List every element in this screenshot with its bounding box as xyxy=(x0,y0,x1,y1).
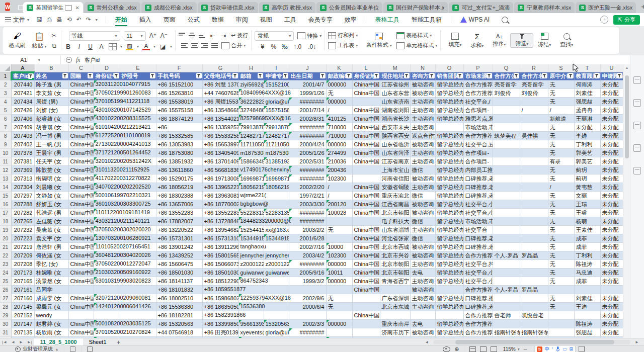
upload-cloud-icon[interactable]: ↑ xyxy=(600,16,608,24)
accessibility-icon[interactable]: ⊕ xyxy=(453,344,461,352)
cell[interactable] xyxy=(548,286,574,294)
cell[interactable]: 强思喆 xyxy=(574,328,600,337)
cell[interactable]: China中国 xyxy=(352,106,380,115)
cell[interactable] xyxy=(493,166,520,174)
cell[interactable] xyxy=(264,192,289,200)
doc-tab[interactable]: S高学历 教授.xlsx xyxy=(259,2,315,13)
cell[interactable]: 留学总经办 xyxy=(435,260,463,269)
cell[interactable]: 文静如 (女 xyxy=(34,192,68,200)
cell[interactable]: 207282 xyxy=(11,209,34,217)
table-header-cell[interactable]: 现住地址 xyxy=(380,72,410,80)
cell[interactable]: +86 1877000215 xyxy=(202,200,238,209)
cell[interactable]: ######## xyxy=(289,209,326,217)
cell[interactable]: 山东省济南 xyxy=(380,98,410,106)
cell[interactable]: +86 13552283 xyxy=(156,209,202,217)
cell[interactable] xyxy=(574,286,600,294)
cell[interactable]: 207160 xyxy=(11,294,34,303)
cell[interactable] xyxy=(326,234,352,243)
cell[interactable]: 2003/3/30 xyxy=(289,200,326,209)
cell[interactable]: 社交平台,豆 xyxy=(463,140,493,149)
side-panel-icon[interactable] xyxy=(633,76,641,84)
cell[interactable]: 冯一博 (男 xyxy=(34,132,68,140)
sheet-tab[interactable]: 11_28_5_1000 xyxy=(34,338,83,346)
merge-cells-button[interactable]: 合并▾ xyxy=(221,42,246,49)
table-header-cell[interactable]: 邮箱 xyxy=(238,72,264,80)
filter-button[interactable] xyxy=(594,73,600,78)
cell[interactable]: +86 xyxy=(156,123,202,132)
cell[interactable]: +86 1565399710 xyxy=(202,140,238,149)
cell[interactable] xyxy=(520,115,548,123)
cell[interactable]: China中国 xyxy=(352,234,380,243)
cell[interactable]: 微信 xyxy=(410,192,435,200)
cell[interactable] xyxy=(493,269,520,277)
cell[interactable]: 罗晶晶 xyxy=(520,251,548,260)
cell[interactable]: +86 15320563 xyxy=(156,320,202,328)
filter-button[interactable] xyxy=(374,73,379,78)
cell[interactable]: 左佳薇 (女 xyxy=(34,217,68,226)
row-header[interactable]: 27 xyxy=(0,294,11,303)
row-header[interactable]: 15 xyxy=(0,192,11,200)
cell[interactable]: 207223 xyxy=(11,234,34,243)
cell[interactable]: 500108200203035125 xyxy=(94,320,120,328)
cell[interactable]: +86 1396308127 xyxy=(202,192,238,200)
increase-font-icon[interactable]: A⁺ xyxy=(149,32,157,39)
cell[interactable]: 吴晓慕 (女 xyxy=(34,226,68,234)
cell[interactable] xyxy=(520,303,548,311)
font-color-icon[interactable]: A xyxy=(142,43,150,50)
cell[interactable]: 刘俊伶 xyxy=(520,89,548,98)
cell[interactable]: 271302200004241013 xyxy=(94,140,120,149)
find-button[interactable]: 查找▾ xyxy=(555,33,578,48)
cell[interactable] xyxy=(264,286,289,294)
table-header-cell[interactable]: 客户id xyxy=(11,72,34,80)
cell[interactable]: ######## xyxy=(289,132,326,140)
column-header-C[interactable]: C xyxy=(68,64,94,72)
print-icon[interactable]: 🖶 xyxy=(56,16,62,23)
sheet-tab[interactable]: Sheet1 xyxy=(83,338,113,346)
cell[interactable]: 117110505 xyxy=(238,140,264,149)
cell[interactable]: China中国 xyxy=(68,183,94,192)
cell[interactable]: 无 xyxy=(548,269,574,277)
cell[interactable]: 陈子逸 (男 xyxy=(34,80,68,89)
cell[interactable] xyxy=(352,328,380,337)
cell[interactable]: 207173 xyxy=(11,269,34,277)
cell[interactable]: 山东省淄博 xyxy=(380,226,410,234)
cell[interactable]: 微信 xyxy=(410,234,435,243)
cell[interactable]: 207381 xyxy=(11,157,34,166)
cell[interactable]: 王一帆 (男 xyxy=(34,140,68,149)
zoom-formula-icon[interactable] xyxy=(66,57,72,63)
cell[interactable]: China中国 xyxy=(352,183,380,192)
cell[interactable]: 王素佳 xyxy=(574,226,600,234)
cell[interactable]: China中国 xyxy=(352,226,380,234)
align-center-icon[interactable] xyxy=(191,43,198,48)
cell[interactable]: +86 56681836 xyxy=(202,166,238,174)
cell[interactable]: 马忠迪 xyxy=(574,269,600,277)
menu-item-智能工具箱[interactable]: 智能工具箱 xyxy=(406,13,448,26)
cell[interactable] xyxy=(520,140,548,149)
cell[interactable]: 2002/7/16 xyxy=(289,243,326,251)
cell[interactable]: +86 17882007 xyxy=(156,217,202,226)
cell[interactable]: 李婵 xyxy=(574,132,600,140)
menu-item-工具[interactable]: 工具 xyxy=(278,13,302,26)
table-header-cell[interactable]: 父母电话号码 xyxy=(202,72,238,80)
filter-button[interactable] xyxy=(28,73,34,79)
cell[interactable]: xx@163.c xyxy=(264,226,289,234)
cell[interactable]: 文丽 xyxy=(574,192,600,200)
cell[interactable]: +86 1580156591 xyxy=(202,251,238,260)
cell[interactable]: +86 周煜155380 xyxy=(202,98,238,106)
filter-button[interactable] xyxy=(617,73,622,78)
cell[interactable] xyxy=(94,311,120,320)
cell[interactable]: 山东省东营 xyxy=(380,89,410,98)
chevron-up-icon[interactable]: ▴ xyxy=(56,347,58,351)
cell[interactable]: 王瑞 xyxy=(574,200,600,209)
row-header[interactable]: 31 xyxy=(0,328,11,337)
table-header-cell[interactable]: 咨询方式 xyxy=(410,72,435,80)
cell[interactable]: 207402 xyxy=(11,140,34,149)
cell[interactable]: 无 xyxy=(548,140,574,149)
cell[interactable]: 无 xyxy=(548,98,574,106)
cell[interactable]: 207161 xyxy=(11,286,34,294)
cell[interactable] xyxy=(435,286,463,294)
cell[interactable] xyxy=(289,311,326,320)
cell[interactable]: 任天宇 (女 xyxy=(34,157,68,166)
cell[interactable]: 内部员工推 xyxy=(463,166,493,174)
table-header-cell[interactable]: 身份证号 xyxy=(94,72,120,80)
